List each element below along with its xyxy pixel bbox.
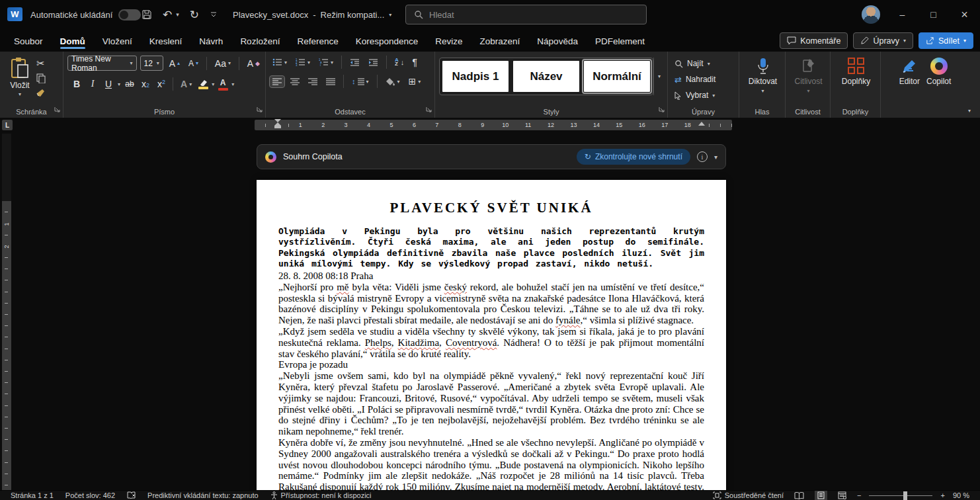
ribbon-tab[interactable]: Nápověda <box>528 31 587 50</box>
check-new-summary-button[interactable]: ↻ Zkontrolujte nové shrnutí <box>577 149 690 165</box>
vertical-ruler[interactable]: 1 2 <box>2 134 11 491</box>
increase-indent-button[interactable] <box>366 56 381 68</box>
tab-stop-selector[interactable]: L <box>2 120 13 130</box>
styles-more-button[interactable]: ▾ <box>653 58 665 95</box>
zoom-slider[interactable] <box>869 495 932 496</box>
collapse-ribbon-icon[interactable]: ▾ <box>968 108 971 114</box>
grow-font-button[interactable]: A▴ <box>167 56 183 71</box>
style-card[interactable]: Normální <box>584 61 650 92</box>
word-count[interactable]: Počet slov: 462 <box>65 491 115 499</box>
document-page[interactable]: PLAVECKÝ SVĚT UNIKÁ Olympiáda v Pekingu … <box>257 180 726 491</box>
clipboard-dialog-launcher-icon[interactable] <box>54 103 60 115</box>
ribbon-tab[interactable]: Kreslení <box>141 31 191 50</box>
paste-button[interactable]: Vložit ▾ <box>4 56 36 106</box>
paragraph-dialog-launcher-icon[interactable] <box>425 103 432 115</box>
editor-button[interactable]: Editor <box>899 56 920 106</box>
right-indent-marker[interactable] <box>698 122 705 126</box>
change-case-button[interactable]: Aa▾ <box>212 56 233 71</box>
font-dialog-launcher-icon[interactable] <box>256 103 263 115</box>
customize-quick-access-icon[interactable] <box>210 11 218 19</box>
ribbon-tab[interactable]: Soubor <box>5 31 52 50</box>
user-avatar[interactable] <box>862 5 880 24</box>
align-left-button[interactable] <box>270 76 284 87</box>
shading-button[interactable]: ▾ <box>383 75 403 88</box>
indent-marker[interactable] <box>274 119 281 131</box>
multilevel-list-button[interactable]: 1ai ▾ <box>316 56 336 68</box>
web-layout-button[interactable] <box>835 491 849 500</box>
save-icon[interactable] <box>142 9 152 20</box>
info-icon[interactable]: i <box>697 151 708 162</box>
font-family-select[interactable]: Times New Roman ▾ <box>67 56 137 71</box>
sort-button[interactable]: AZ ↓ <box>392 56 407 68</box>
focus-mode-button[interactable]: Soustředěné čtení <box>713 491 784 499</box>
comments-button[interactable]: Komentáře <box>780 32 848 49</box>
document-title[interactable]: Plavecky_svet.docx <box>233 10 308 20</box>
ribbon-tab[interactable]: Reference <box>288 31 347 50</box>
undo-chevron-icon[interactable]: ▾ <box>176 11 179 18</box>
bold-button[interactable]: B <box>70 79 83 89</box>
replace-button[interactable]: ⇄ Nahradit <box>674 71 736 87</box>
superscript-button[interactable]: x2 <box>155 79 168 89</box>
undo-icon[interactable]: ↶ <box>163 9 172 21</box>
format-painter-icon[interactable] <box>36 89 46 98</box>
bullets-button[interactable]: ▾ <box>270 56 290 68</box>
zoom-level[interactable]: 90 % <box>953 491 969 499</box>
ribbon-tab[interactable]: Rozložení <box>231 31 288 50</box>
proofing-errors-icon[interactable] <box>127 491 136 499</box>
ribbon-tab[interactable]: Korespondence <box>347 31 427 50</box>
zoom-in-button[interactable]: + <box>940 491 944 499</box>
redo-icon[interactable]: ↻ <box>190 9 199 21</box>
collapse-summary-icon[interactable]: ▾ <box>714 153 717 161</box>
search-input[interactable] <box>429 10 638 20</box>
ribbon-tab[interactable]: Domů <box>52 31 94 50</box>
style-card[interactable]: Název <box>513 61 579 92</box>
word-app-icon[interactable]: W <box>7 7 22 21</box>
predictive-text-status[interactable]: Prediktivní vkládání textu: zapnuto <box>147 491 259 499</box>
print-layout-button[interactable] <box>815 491 827 500</box>
copy-icon[interactable] <box>36 73 46 83</box>
highlight-chevron-icon[interactable]: ▾ <box>212 81 214 87</box>
italic-button[interactable]: I <box>86 79 99 89</box>
editing-mode-button[interactable]: Úpravy ▾ <box>853 32 913 49</box>
justify-button[interactable] <box>323 76 338 87</box>
zoom-slider-thumb[interactable] <box>903 491 907 500</box>
decrease-indent-button[interactable] <box>347 56 362 68</box>
autosave-toggle[interactable] <box>118 9 141 21</box>
horizontal-ruler[interactable]: 123456789101112131415161718 <box>255 120 732 130</box>
font-color-chevron-icon[interactable]: ▾ <box>231 81 234 87</box>
underline-chevron-icon[interactable]: ▾ <box>118 81 120 87</box>
clear-formatting-button[interactable]: A◆ <box>245 56 263 71</box>
underline-button[interactable]: U <box>102 79 115 89</box>
cut-icon[interactable]: ✂ <box>36 58 45 68</box>
ribbon-tab[interactable]: Zobrazení <box>471 31 529 50</box>
style-card[interactable]: Nadpis 1 <box>442 61 509 92</box>
addins-button[interactable]: Doplňky <box>835 56 878 86</box>
maximize-button[interactable]: □ <box>918 0 949 29</box>
find-button[interactable]: Najít ▾ <box>674 56 736 71</box>
page-indicator[interactable]: Stránka 1 z 1 <box>11 491 54 499</box>
align-right-button[interactable] <box>306 76 320 87</box>
read-mode-button[interactable] <box>792 491 807 500</box>
text-effects-button[interactable]: A▾ <box>178 77 194 91</box>
borders-button[interactable]: ⊞ ▾ <box>406 74 424 89</box>
ribbon-tab[interactable]: Revize <box>427 31 471 50</box>
ribbon-tab[interactable]: Návrh <box>190 31 231 50</box>
zoom-out-button[interactable]: − <box>857 491 861 499</box>
dictate-button[interactable]: Diktovat ▾ <box>743 56 782 94</box>
title-chevron-icon[interactable]: ▾ <box>389 12 391 18</box>
close-button[interactable]: × <box>949 0 980 29</box>
strikethrough-button[interactable]: ab <box>123 79 136 89</box>
search-box[interactable] <box>405 5 647 24</box>
shrink-font-button[interactable]: A▾ <box>186 57 201 70</box>
subscript-button[interactable]: x2 <box>139 79 152 89</box>
copilot-button[interactable]: Copilot <box>926 56 951 106</box>
accessibility-status[interactable]: Přístupnost: není k dispozici <box>270 491 372 499</box>
numbering-button[interactable]: 123 ▾ <box>293 56 313 68</box>
sensitivity-button[interactable]: Citlivost ▾ <box>790 56 827 94</box>
highlight-color-button[interactable] <box>197 79 209 89</box>
show-formatting-button[interactable]: ¶ <box>410 57 419 67</box>
line-spacing-button[interactable]: ↕ ▾ <box>349 75 372 87</box>
ribbon-tab[interactable]: PDFelement <box>587 31 653 50</box>
select-button[interactable]: Vybrat ▾ <box>674 87 736 103</box>
font-size-select[interactable]: 12 ▾ <box>140 56 163 71</box>
